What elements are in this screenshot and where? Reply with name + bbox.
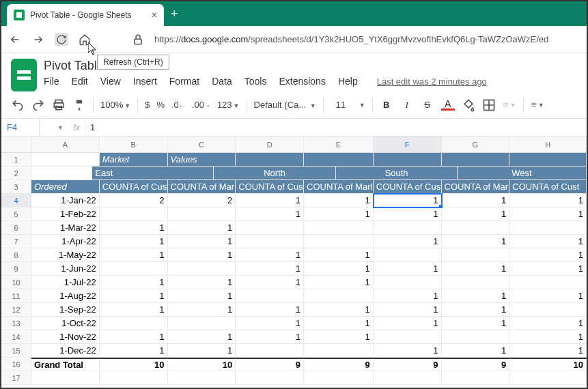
cell[interactable]: 1: [168, 221, 236, 235]
cell[interactable]: 1: [100, 289, 168, 303]
cell[interactable]: 1: [304, 207, 374, 221]
menu-insert[interactable]: Insert: [133, 76, 157, 87]
borders-button[interactable]: [482, 98, 496, 112]
forward-button[interactable]: [31, 33, 45, 46]
col-header[interactable]: E: [304, 136, 374, 153]
cell[interactable]: 1: [236, 248, 304, 262]
cell[interactable]: 1: [442, 289, 510, 303]
cell[interactable]: 1: [509, 262, 587, 276]
back-button[interactable]: [8, 33, 22, 46]
print-button[interactable]: [52, 98, 66, 112]
cell[interactable]: [509, 153, 587, 167]
cell[interactable]: 1: [304, 330, 374, 344]
cell[interactable]: [509, 276, 587, 289]
cell[interactable]: [236, 153, 304, 167]
menu-view[interactable]: View: [100, 76, 121, 87]
cell[interactable]: 2: [168, 194, 236, 207]
cell[interactable]: 1: [168, 276, 236, 289]
cell[interactable]: 9: [374, 358, 442, 371]
cell[interactable]: 1: [509, 330, 587, 344]
cell[interactable]: [100, 262, 168, 276]
pivot-market-label[interactable]: Market: [100, 153, 168, 167]
cell[interactable]: 1-Nov-22: [31, 330, 100, 344]
row-header[interactable]: 15: [1, 344, 31, 358]
cell[interactable]: 1: [442, 303, 510, 317]
cell[interactable]: 1: [168, 248, 236, 262]
text-color-button[interactable]: A: [441, 100, 455, 111]
formula-input[interactable]: 1: [85, 119, 587, 136]
cell[interactable]: 1: [304, 262, 374, 276]
pivot-ordered-label[interactable]: Ordered: [31, 180, 100, 194]
cell[interactable]: 1-Jan-22: [31, 194, 100, 207]
cell[interactable]: [509, 371, 587, 385]
cell[interactable]: [374, 153, 442, 167]
cell[interactable]: 1: [100, 276, 168, 289]
col-header[interactable]: A: [31, 136, 100, 153]
col-header[interactable]: G: [442, 136, 510, 153]
cell[interactable]: 1-Jun-22: [31, 262, 100, 276]
cell[interactable]: 10: [168, 358, 236, 371]
select-all-corner[interactable]: [1, 136, 31, 153]
cell[interactable]: 1: [168, 235, 236, 248]
cell[interactable]: [304, 221, 374, 235]
menu-format[interactable]: Format: [169, 76, 199, 87]
percent-button[interactable]: %: [156, 100, 165, 110]
cell[interactable]: [236, 371, 304, 385]
cell[interactable]: [236, 221, 304, 235]
cell[interactable]: 1-Sep-22: [31, 303, 100, 317]
cell[interactable]: [236, 344, 304, 358]
cell[interactable]: 1: [236, 207, 304, 221]
align-button[interactable]: ▼: [531, 98, 544, 112]
col-header[interactable]: F: [374, 136, 442, 153]
menu-file[interactable]: File: [44, 76, 59, 87]
strike-button[interactable]: S: [421, 98, 434, 112]
grand-total-label[interactable]: Grand Total: [31, 358, 100, 371]
row-header[interactable]: 6: [1, 221, 31, 235]
cell[interactable]: [304, 371, 374, 385]
menu-extensions[interactable]: Extensions: [279, 76, 325, 87]
row-header[interactable]: 5: [1, 207, 31, 221]
region-south[interactable]: South: [336, 167, 458, 180]
cell[interactable]: [236, 289, 304, 303]
cell[interactable]: [304, 153, 374, 167]
font-size-select[interactable]: 11: [331, 100, 351, 110]
cell[interactable]: 10: [509, 358, 587, 371]
cell[interactable]: [442, 248, 510, 262]
cell[interactable]: 2: [100, 194, 168, 207]
cell[interactable]: 1: [509, 207, 587, 221]
row-header[interactable]: 16: [1, 358, 31, 371]
cell[interactable]: 1: [304, 248, 374, 262]
fill-color-button[interactable]: [462, 98, 475, 112]
cell[interactable]: [168, 207, 236, 221]
cell[interactable]: 1: [509, 194, 587, 207]
measure-header[interactable]: COUNTA of Marl: [168, 180, 236, 194]
row-header[interactable]: 3: [1, 180, 31, 194]
cell[interactable]: [374, 371, 442, 385]
cell[interactable]: [31, 371, 100, 385]
font-select[interactable]: Default (Ca... ▼: [254, 100, 316, 110]
cell[interactable]: 1: [374, 317, 442, 330]
number-format-select[interactable]: 123▼: [217, 100, 240, 110]
cell[interactable]: [442, 371, 510, 385]
pivot-values-label[interactable]: Values: [168, 153, 236, 167]
cell[interactable]: 1: [100, 303, 168, 317]
col-header[interactable]: H: [509, 136, 587, 153]
row-header[interactable]: 8: [1, 248, 31, 262]
cell[interactable]: 1-Dec-22: [31, 344, 100, 358]
cell[interactable]: 1: [442, 262, 510, 276]
font-size-drop-icon[interactable]: ▼: [359, 102, 365, 109]
row-header[interactable]: 9: [1, 262, 31, 276]
browser-tab[interactable]: Pivot Table - Google Sheets ×: [7, 4, 164, 26]
decrease-decimal-button[interactable]: .0←: [171, 100, 185, 110]
cell[interactable]: 1: [304, 194, 374, 207]
cell[interactable]: [100, 371, 168, 385]
new-tab-button[interactable]: +: [171, 7, 178, 21]
cell[interactable]: 1-Mar-22: [31, 221, 100, 235]
cell[interactable]: 1: [509, 235, 587, 248]
cell[interactable]: 9: [236, 358, 304, 371]
cell[interactable]: 1: [442, 317, 510, 330]
cell[interactable]: [442, 221, 510, 235]
measure-header[interactable]: COUNTA of Cust: [236, 180, 304, 194]
cell[interactable]: 1: [236, 194, 304, 207]
menu-edit[interactable]: Edit: [72, 76, 88, 87]
